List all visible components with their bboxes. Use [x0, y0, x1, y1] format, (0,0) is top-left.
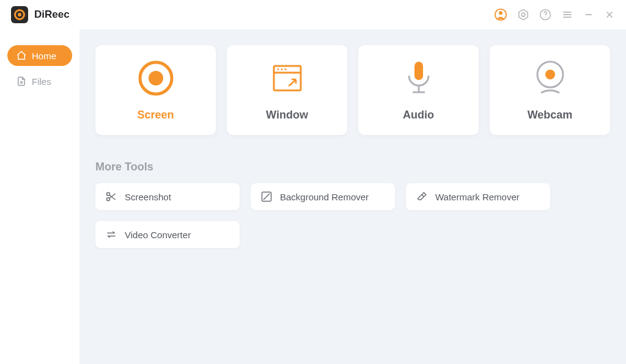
sidebar-item-files[interactable]: Files [7, 71, 72, 92]
minimize-icon[interactable] [583, 9, 594, 20]
account-icon[interactable] [494, 8, 507, 21]
svg-marker-2 [519, 10, 528, 20]
close-icon[interactable] [604, 9, 615, 20]
titlebar: DiReec [0, 0, 626, 29]
mode-card-screen[interactable]: Screen [95, 45, 216, 135]
svg-rect-22 [414, 62, 423, 80]
tool-label: Screenshot [125, 192, 171, 202]
app-name: DiReec [34, 9, 70, 21]
sidebar-item-label: Home [32, 51, 56, 61]
file-icon [16, 76, 27, 87]
svg-point-3 [521, 13, 525, 16]
home-icon [16, 50, 27, 61]
scissors-icon [105, 191, 117, 203]
tool-background-remover[interactable]: Background Remover [251, 183, 395, 210]
tool-label: Video Converter [125, 230, 191, 240]
sidebar-item-home[interactable]: Home [7, 45, 72, 66]
bg-remove-icon [260, 191, 273, 203]
tool-label: Background Remover [280, 192, 369, 202]
titlebar-left: DiReec [11, 6, 70, 23]
mode-label: Webcam [528, 109, 573, 122]
eraser-icon [416, 191, 428, 203]
tool-label: Watermark Remover [435, 192, 520, 202]
window-icon [270, 56, 304, 100]
record-icon [136, 56, 175, 100]
menu-icon[interactable] [561, 9, 573, 21]
mode-label: Audio [403, 109, 434, 122]
svg-line-32 [263, 194, 270, 200]
mode-card-webcam[interactable]: Webcam [490, 45, 610, 135]
tool-watermark-remover[interactable]: Watermark Remover [406, 183, 550, 210]
mode-label: Window [266, 109, 308, 122]
svg-point-20 [284, 68, 286, 70]
svg-point-1 [499, 11, 503, 15]
svg-point-26 [545, 70, 555, 79]
mode-label: Screen [137, 109, 174, 122]
tool-video-converter[interactable]: Video Converter [95, 221, 240, 248]
mode-card-window[interactable]: Window [227, 45, 347, 135]
tools-grid: Screenshot Background Remover [95, 183, 610, 248]
titlebar-right [494, 8, 615, 21]
webcam-icon [532, 56, 568, 100]
main-content: Screen Window [79, 29, 626, 364]
svg-point-5 [545, 16, 546, 17]
svg-point-18 [277, 68, 279, 70]
app-logo [11, 6, 28, 23]
svg-point-19 [281, 68, 282, 70]
tool-screenshot[interactable]: Screenshot [95, 183, 240, 210]
mic-icon [402, 56, 436, 100]
mode-card-audio[interactable]: Audio [358, 45, 479, 135]
help-icon[interactable] [539, 9, 551, 21]
convert-icon [105, 228, 117, 241]
sidebar: Home Files [0, 29, 79, 364]
sidebar-item-label: Files [32, 76, 51, 87]
svg-line-33 [422, 195, 424, 197]
more-tools-title: More Tools [95, 161, 610, 173]
svg-point-15 [149, 71, 163, 86]
mode-row: Screen Window [95, 45, 610, 135]
settings-icon[interactable] [517, 9, 529, 21]
